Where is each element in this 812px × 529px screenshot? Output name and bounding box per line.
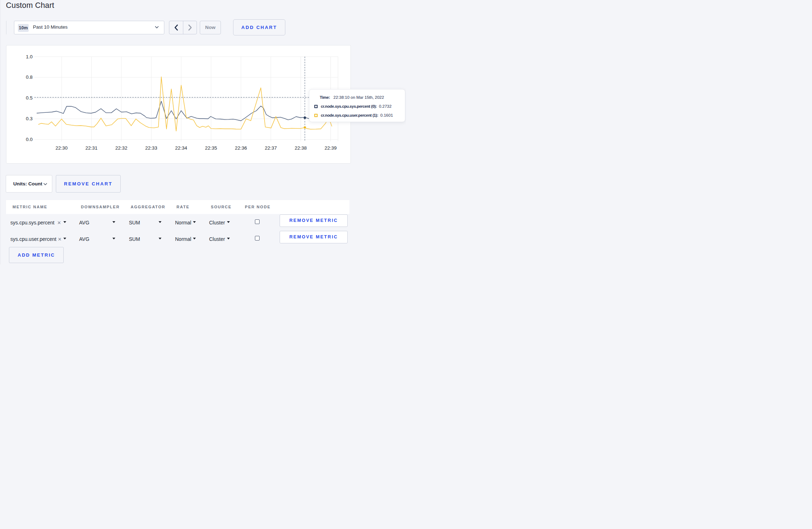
svg-text:22:39: 22:39 — [325, 145, 337, 151]
svg-text:22:37: 22:37 — [265, 145, 277, 151]
svg-text:1.0: 1.0 — [26, 54, 33, 59]
svg-text:22:33: 22:33 — [145, 145, 158, 151]
svg-text:22:32: 22:32 — [115, 145, 127, 151]
svg-text:0.5: 0.5 — [26, 95, 33, 101]
svg-text:0.3: 0.3 — [26, 116, 33, 121]
svg-text:22:36: 22:36 — [235, 145, 247, 151]
svg-text:22:31: 22:31 — [86, 145, 98, 151]
svg-text:22:38: 22:38 — [295, 145, 307, 151]
svg-text:0.8: 0.8 — [26, 74, 33, 80]
svg-text:0.0: 0.0 — [26, 137, 33, 142]
svg-text:22:30: 22:30 — [55, 145, 68, 151]
svg-text:22:35: 22:35 — [205, 145, 217, 151]
svg-text:22:34: 22:34 — [175, 145, 187, 151]
